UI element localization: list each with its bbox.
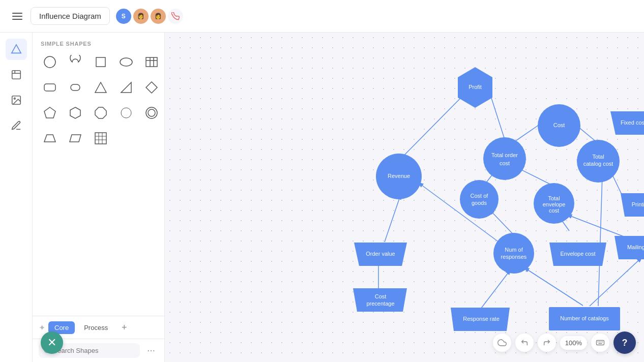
node-envelope-cost[interactable]: Envelope cost — [560, 251, 595, 257]
svg-rect-26 — [95, 133, 106, 144]
svg-rect-13 — [44, 84, 55, 91]
node-response-rate[interactable]: Response rate — [463, 316, 500, 322]
collaborators: S 👩 👩 — [116, 9, 183, 24]
svg-marker-20 — [95, 107, 106, 118]
avatar-1: 👩 — [133, 9, 149, 24]
shape-parallelogram[interactable] — [64, 127, 86, 149]
svg-rect-14 — [71, 84, 80, 90]
keyboard-button[interactable] — [591, 334, 609, 352]
node-total-catalog-cost-2: catalog cost — [583, 161, 613, 167]
star-icon[interactable]: ✦ — [39, 323, 45, 333]
node-profit[interactable]: Profit — [469, 84, 482, 90]
svg-point-5 — [14, 98, 15, 99]
svg-marker-25 — [70, 135, 81, 142]
node-total-envelope-cost[interactable]: Total — [548, 195, 560, 201]
node-total-order-cost-2: cost — [500, 160, 510, 166]
svg-marker-24 — [44, 135, 55, 142]
sidebar-frame-icon[interactable] — [6, 64, 27, 85]
shape-ellipse[interactable] — [115, 51, 137, 73]
canvas-area[interactable]: Profit Cost Fixed cost Revenue Total ord… — [165, 33, 644, 362]
svg-marker-18 — [44, 107, 55, 118]
shape-hexagon[interactable] — [64, 102, 86, 124]
more-options-button[interactable]: ⋯ — [144, 344, 158, 358]
svg-point-55 — [483, 137, 526, 180]
svg-point-21 — [121, 108, 131, 118]
svg-line-49 — [598, 176, 602, 306]
tab-process[interactable]: Process — [78, 321, 114, 334]
hamburger-icon — [12, 13, 22, 20]
node-cost-percentage[interactable]: Cost — [375, 293, 387, 299]
redo-button[interactable] — [538, 334, 556, 352]
node-cost[interactable]: Cost — [553, 122, 565, 128]
svg-line-43 — [489, 209, 514, 235]
tab-add-button[interactable]: + — [117, 320, 131, 335]
svg-point-23 — [148, 109, 155, 116]
node-num-responses[interactable]: Num of — [505, 247, 523, 253]
sidebar-shapes-icon[interactable] — [6, 39, 27, 60]
shape-square[interactable] — [90, 51, 112, 73]
shape-pentagon[interactable] — [39, 102, 61, 124]
diagram-svg: Profit Cost Fixed cost Revenue Total ord… — [165, 33, 644, 362]
node-mailing-cost[interactable]: Mailing cost — [627, 244, 644, 250]
svg-rect-9 — [146, 57, 157, 67]
diagram-title[interactable]: Influence Diagram — [31, 7, 110, 25]
node-fixed-cost[interactable]: Fixed cost — [621, 119, 644, 126]
svg-marker-19 — [70, 107, 80, 118]
fab-button[interactable]: ✕ — [41, 331, 63, 354]
svg-line-44 — [385, 194, 401, 242]
shape-grid[interactable] — [90, 127, 112, 149]
avatar-2: 👩 — [151, 9, 166, 24]
undo-button[interactable] — [515, 334, 534, 352]
svg-line-46 — [481, 269, 511, 308]
shape-rounded-rect[interactable] — [39, 76, 61, 99]
node-order-value[interactable]: Order value — [366, 251, 395, 257]
node-cost-percentage-2: precentage — [366, 300, 394, 307]
zoom-label: 100% — [560, 336, 587, 350]
svg-marker-17 — [146, 82, 157, 93]
call-button[interactable] — [168, 9, 183, 24]
node-number-catalogs[interactable]: Number of catalogs — [560, 315, 609, 321]
svg-point-8 — [120, 58, 132, 66]
shape-stadium[interactable] — [64, 76, 86, 99]
node-printing-cost[interactable]: Printing cost — [632, 201, 644, 207]
node-cost-of-goods[interactable]: Cost of — [471, 193, 489, 199]
left-sidebar — [0, 33, 33, 362]
svg-line-47 — [524, 267, 583, 306]
shape-thin-circle[interactable] — [115, 102, 137, 124]
svg-line-34 — [399, 89, 469, 161]
shapes-panel: SIMPLE SHAPES — [33, 33, 165, 362]
svg-point-6 — [44, 56, 55, 68]
node-revenue[interactable]: Revenue — [388, 173, 410, 179]
shape-octagon[interactable] — [90, 102, 112, 124]
shape-circle[interactable] — [39, 51, 61, 73]
shapes-grid — [33, 51, 164, 156]
shape-diamond[interactable] — [140, 76, 163, 99]
node-total-order-cost[interactable]: Total order — [491, 152, 518, 158]
node-total-envelope-cost-2: envelope — [543, 201, 566, 207]
node-total-envelope-cost-3: cost — [549, 207, 559, 214]
shape-circle2[interactable] — [140, 102, 163, 124]
svg-marker-15 — [95, 82, 106, 93]
menu-button[interactable] — [8, 7, 26, 25]
shape-arc[interactable] — [64, 51, 86, 73]
help-button[interactable]: ? — [613, 331, 636, 354]
topbar: Influence Diagram S 👩 👩 — [0, 0, 644, 33]
shape-table[interactable] — [140, 51, 163, 73]
bottom-bar: 100% ? — [493, 331, 636, 354]
node-num-responses-2: responses — [501, 254, 527, 260]
sidebar-draw-icon[interactable] — [6, 115, 27, 136]
svg-marker-0 — [11, 45, 20, 53]
svg-rect-67 — [597, 341, 604, 345]
shape-triangle[interactable] — [90, 76, 112, 99]
svg-rect-7 — [96, 57, 105, 67]
shapes-section-label: SIMPLE SHAPES — [33, 33, 164, 51]
shape-right-triangle[interactable] — [115, 76, 137, 99]
node-total-catalog-cost[interactable]: Total — [592, 154, 604, 160]
cloud-button[interactable] — [493, 334, 511, 352]
node-cost-of-goods-2: goods — [472, 200, 487, 206]
search-input[interactable] — [53, 347, 135, 354]
svg-marker-16 — [121, 82, 131, 93]
sidebar-image-icon[interactable] — [6, 89, 27, 111]
shape-trapezoid[interactable] — [39, 127, 61, 149]
avatar-s: S — [116, 9, 131, 24]
